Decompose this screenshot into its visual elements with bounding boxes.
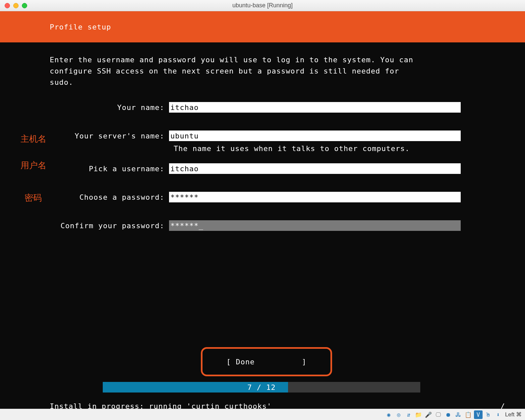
- server-name-hint: The name it uses when it talks to other …: [174, 144, 525, 153]
- maximize-window-button[interactable]: [22, 3, 27, 8]
- clipboard-icon[interactable]: 📋: [464, 410, 473, 419]
- window-title: ubuntu-base [Running]: [232, 2, 293, 9]
- window-titlebar: ubuntu-base [Running]: [0, 0, 525, 11]
- server-name-input[interactable]: ubuntu: [169, 131, 461, 141]
- status-line: Install in progress: running 'curtin cur…: [50, 402, 505, 409]
- confirm-password-label: Confirm your password:: [0, 222, 169, 230]
- recording-icon[interactable]: ⏺: [444, 410, 453, 419]
- hard-disk-icon[interactable]: ◉: [384, 410, 393, 419]
- profile-form: Your name: itchao Your server's name: ub…: [0, 102, 525, 231]
- annotation-hostname: 主机名: [21, 133, 46, 145]
- video-capture-icon[interactable]: V: [474, 410, 483, 419]
- traffic-lights: [5, 3, 27, 8]
- your-name-label: Your name:: [0, 103, 169, 112]
- page-title: Profile setup: [50, 23, 111, 31]
- status-text: Install in progress: running 'curtin cur…: [50, 402, 272, 409]
- choose-password-input[interactable]: ******: [169, 192, 461, 202]
- usb-icon[interactable]: ⇵: [404, 410, 413, 419]
- your-name-input[interactable]: itchao: [169, 102, 461, 113]
- keyboard-capture-icon[interactable]: ⬇: [494, 410, 502, 419]
- intro-text: Enter the username and password you will…: [50, 54, 474, 88]
- done-button-highlight: [ Done ]: [201, 347, 332, 376]
- close-window-button[interactable]: [5, 3, 10, 8]
- confirm-password-input[interactable]: ******: [169, 220, 461, 231]
- annotation-username: 用户名: [21, 160, 46, 171]
- progress-text: 7 / 12: [103, 382, 420, 393]
- annotation-password: 密码: [25, 192, 42, 204]
- done-button[interactable]: [ Done ]: [226, 358, 307, 366]
- vm-screen: Profile setup Enter the username and pas…: [0, 11, 525, 409]
- minimize-window-button[interactable]: [13, 3, 19, 8]
- progress-bar: 7 / 12: [103, 382, 420, 393]
- installer-header: Profile setup: [0, 11, 525, 42]
- status-spinner: /: [500, 402, 505, 409]
- virtualbox-status-bar: ◉ ◎ ⇵ 📁 🎤 🖵 ⏺ 🖧 📋 V 🖱 ⬇ Left ⌘: [0, 409, 525, 420]
- mouse-integration-icon[interactable]: 🖱: [484, 410, 493, 419]
- display-icon[interactable]: 🖵: [434, 410, 443, 419]
- audio-icon[interactable]: 🎤: [424, 410, 433, 419]
- pick-username-input[interactable]: itchao: [169, 163, 461, 174]
- network-icon[interactable]: 🖧: [454, 410, 463, 419]
- host-key-indicator: Left ⌘: [504, 411, 523, 418]
- shared-folder-icon[interactable]: 📁: [414, 410, 423, 419]
- optical-disk-icon[interactable]: ◎: [394, 410, 403, 419]
